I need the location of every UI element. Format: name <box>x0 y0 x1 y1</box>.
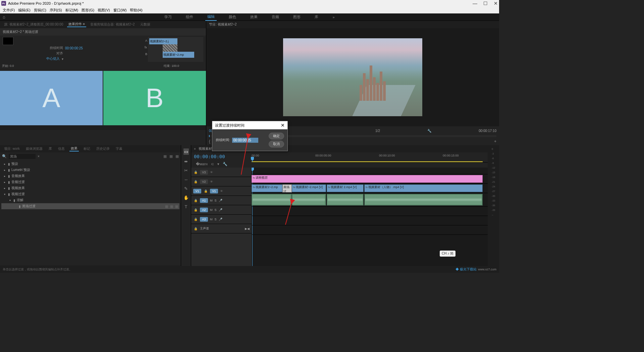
tab-audio-mixer[interactable]: 音频剪辑混合器: 视频素材2~2 <box>89 22 136 27</box>
tab-libraries[interactable]: 库 <box>47 146 53 151</box>
tab-metadata[interactable]: 元数据 <box>139 22 152 27</box>
dialog-ok-button[interactable]: 确定 <box>269 133 284 139</box>
slip-tool-icon[interactable]: ↔ <box>184 177 188 182</box>
ws-editing[interactable]: 编辑 <box>205 13 217 21</box>
tree-item[interactable]: ▸▮Lumetri 预设 <box>1 167 179 173</box>
ws-more[interactable]: » <box>330 14 336 20</box>
duration-value[interactable]: 00:00:00:25 <box>65 46 83 50</box>
preset-icon-1[interactable]: ▦ <box>163 154 167 159</box>
tab-info[interactable]: 信息 <box>57 146 66 151</box>
ws-learn[interactable]: 学习 <box>162 13 174 20</box>
menu-graphics[interactable]: 图形(G) <box>80 8 96 13</box>
ws-audio[interactable]: 音频 <box>270 13 281 20</box>
track-a2[interactable]: A2 <box>200 208 208 212</box>
track-v2[interactable]: V2 <box>200 179 208 184</box>
menu-clip[interactable]: 剪辑(C) <box>33 8 48 13</box>
preset-icon-2[interactable]: ▦ <box>169 154 173 159</box>
dialog-cancel-button[interactable]: 取消 <box>269 141 284 147</box>
tree-item[interactable]: ▮黑场过渡▦▦▦ <box>1 203 179 209</box>
menu-view[interactable]: 视图(V) <box>96 8 111 13</box>
preset-icon-3[interactable]: ▦ <box>175 154 179 159</box>
ws-libraries[interactable]: 库 <box>313 13 320 20</box>
tab-project[interactable]: 项目: work <box>3 146 21 151</box>
audio-meters: 0-3-6-9-12-15-18-21-24-27-30-33-36-39-- <box>488 145 499 273</box>
add-button-icon[interactable]: + <box>494 139 496 144</box>
settings-icon[interactable]: 🔧 <box>223 162 227 166</box>
track-v3[interactable]: V3 <box>200 170 208 175</box>
tab-effects-panel[interactable]: 效果 <box>69 146 79 151</box>
transition-clip[interactable]: 黑场过 <box>282 184 292 192</box>
clip-adjustment[interactable]: fx调整图层 <box>252 175 483 183</box>
mark-in-icon[interactable]: { <box>209 139 210 144</box>
menu-help[interactable]: 帮助(H) <box>128 8 144 13</box>
menu-file[interactable]: 文件(F) <box>1 8 16 13</box>
clip-2[interactable]: fx视频素材~2.mp4 [V] <box>292 184 326 192</box>
timeline-tab-close[interactable]: × <box>194 147 196 151</box>
minimize-button[interactable]: — <box>473 1 477 6</box>
ime-badge: CH ♪ 简 <box>440 251 455 257</box>
tree-item[interactable]: ▸▮视频效果 <box>1 185 179 191</box>
tree-item[interactable]: ▾▮视频过渡 <box>1 191 179 197</box>
close-button[interactable]: ✕ <box>494 1 498 6</box>
mini-transition[interactable] <box>163 44 177 52</box>
program-scale[interactable]: 1/2 <box>375 129 380 133</box>
tree-item[interactable]: ▸▮音频过渡 <box>1 179 179 185</box>
tree-item[interactable]: ▾▮溶解 <box>1 197 179 203</box>
marker-add-icon[interactable]: ▾ <box>217 162 219 166</box>
home-icon[interactable]: ⌂ <box>3 14 5 19</box>
align-value[interactable]: 中心切入 <box>46 56 60 61</box>
track-a1[interactable]: A1 <box>200 198 208 203</box>
mini-clip-b: 视频素材~2.mp <box>163 52 194 58</box>
tab-source[interactable]: 源: 视频素材2~2_调整图层_00:00:00:00 <box>3 22 64 27</box>
dialog-close-icon[interactable]: ✕ <box>281 123 285 128</box>
ws-graphics[interactable]: 图形 <box>291 13 303 20</box>
snap-icon[interactable]: �магн <box>196 162 208 166</box>
ws-assembly[interactable]: 组件 <box>184 13 195 20</box>
track-a3[interactable]: A3 <box>200 217 208 222</box>
tab-captions[interactable]: 字幕 <box>114 146 124 151</box>
audio-clip-3[interactable] <box>327 194 364 206</box>
audio-clip-4[interactable] <box>364 194 483 206</box>
program-settings-icon[interactable]: 🔧 <box>427 129 431 133</box>
ws-color[interactable]: 颜色 <box>227 13 238 20</box>
titlebar: Pr Adobe Premiere Pro 2020 - D:\pr\work.… <box>0 0 499 7</box>
align-label: 对齐 <box>46 51 63 56</box>
menu-edit[interactable]: 编辑(E) <box>17 8 32 13</box>
ws-effects[interactable]: 效果 <box>248 13 260 20</box>
timeline-tools: ▭ ⬌ ✂ ↔ ✎ ✋ T <box>181 145 191 273</box>
track-v1[interactable]: V1 <box>210 189 218 193</box>
ripple-tool-icon[interactable]: ✂ <box>184 168 188 173</box>
tab-media-browser[interactable]: 媒体浏览器 <box>24 146 44 151</box>
transition-thumb <box>3 37 13 45</box>
svg-line-1 <box>285 202 292 225</box>
maximize-button[interactable]: ☐ <box>483 1 488 6</box>
effects-search-input[interactable] <box>9 154 36 159</box>
pen-tool-icon[interactable]: ✎ <box>184 186 188 191</box>
linked-selection-icon[interactable]: ⊂ <box>211 162 214 166</box>
track-select-tool-icon[interactable]: ⬌ <box>184 159 188 164</box>
preview-a: A <box>0 71 103 125</box>
mini-track-a-label: A <box>145 39 147 42</box>
track-master[interactable]: 主声道 <box>200 226 209 231</box>
clip-4[interactable]: fx视频素材（人物）.mp4 [V] <box>364 184 483 192</box>
tab-effect-controls[interactable]: 效果控件 ≡ <box>67 22 86 27</box>
selection-tool-icon[interactable]: ▭ <box>183 148 189 155</box>
type-tool-icon[interactable]: T <box>185 204 187 209</box>
hand-tool-icon[interactable]: ✋ <box>183 195 189 200</box>
clip-1[interactable]: fx视频素材2~2.mp <box>252 184 282 192</box>
watermark-logo: ◆ 极光下载站 <box>455 267 477 272</box>
menu-sequence[interactable]: 序列(S) <box>48 8 63 13</box>
clear-search-icon[interactable]: × <box>38 155 40 158</box>
menu-markers[interactable]: 标记(M) <box>64 8 80 13</box>
tab-markers[interactable]: 标记 <box>82 146 92 151</box>
tab-history[interactable]: 历史记录 <box>95 146 111 151</box>
track-v1-src[interactable]: V1 <box>193 189 201 193</box>
fx-label: fx <box>145 46 147 49</box>
clip-3[interactable]: fx视频素材 2.mp4 [V] <box>327 184 364 192</box>
audio-clip-2[interactable] <box>292 194 326 206</box>
timeline-ruler[interactable]: 00:0000:00:05:0000:00:10:0000:00:15:00 <box>252 152 488 163</box>
program-monitor-view[interactable] <box>283 38 422 116</box>
tree-item[interactable]: ▸▮音频效果 <box>1 173 179 179</box>
menu-window[interactable]: 窗口(W) <box>112 8 128 13</box>
tree-item[interactable]: ▸▮预设 <box>1 161 179 167</box>
